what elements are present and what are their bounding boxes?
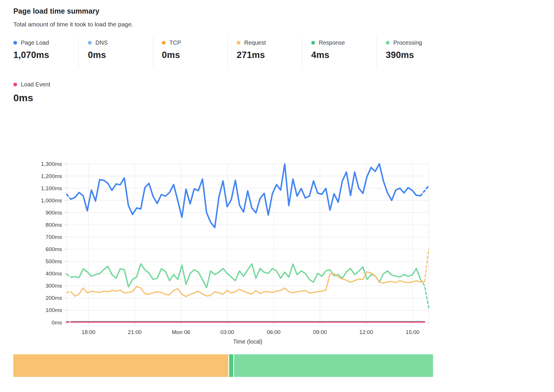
tcp-legend-dot [162, 41, 166, 45]
series-page-load [67, 164, 429, 228]
metric-response[interactable]: Response 4ms [302, 37, 345, 67]
metrics-legend-row: Page Load 1,070ms DNS 0ms TCP 0ms Reques… [0, 37, 554, 67]
timeline-segment-response [229, 354, 233, 377]
metric-label: Load Event [21, 81, 50, 88]
y-axis-tick-label: 1,100ms [41, 185, 62, 191]
metric-value: 1,070ms [13, 50, 49, 60]
metric-value: 0ms [13, 92, 50, 104]
metric-label: Response [319, 39, 345, 46]
metric-label: Processing [393, 39, 422, 46]
y-axis-tick-label: 300ms [46, 283, 62, 289]
metric-label: Page Load [21, 39, 49, 46]
metric-value: 390ms [386, 50, 422, 60]
metric-label: TCP [169, 39, 181, 46]
y-axis-tick-label: 900ms [46, 210, 62, 216]
y-axis-tick-label: 400ms [46, 271, 62, 277]
y-axis-tick-label: 500ms [46, 258, 62, 264]
metric-label: DNS [95, 39, 108, 46]
metric-load-event[interactable]: Load Event 0ms [13, 79, 50, 104]
y-axis-tick-label: 600ms [46, 246, 62, 252]
load-event-legend-dot [13, 83, 17, 86]
x-axis-tick-label: Mon 06 [172, 329, 190, 335]
x-axis-title: Time (local) [233, 338, 262, 345]
timeline-proportion-bar [13, 354, 433, 377]
x-axis-tick-label: 18:00 [82, 329, 95, 335]
x-axis-tick-label: 15:00 [405, 329, 419, 335]
metric-value: 0ms [88, 50, 108, 60]
y-axis-tick-label: 700ms [46, 234, 62, 240]
y-axis-tick-label: 1,000ms [41, 197, 62, 204]
metric-request[interactable]: Request 271ms [227, 37, 266, 67]
dns-legend-dot [88, 41, 92, 45]
metric-value: 4ms [311, 50, 345, 60]
page-load-legend-dot [13, 41, 17, 45]
timeline-segment-request [13, 354, 228, 377]
metric-tcp[interactable]: TCP 0ms [153, 37, 181, 67]
page-title: Page load time summary [13, 7, 99, 15]
x-axis-tick-label: 06:00 [267, 329, 281, 335]
y-axis-tick-label: 200ms [46, 295, 62, 301]
y-axis-tick-label: 100ms [46, 307, 62, 313]
y-axis-tick-label: 1,300ms [41, 161, 62, 167]
metric-label: Request [244, 39, 266, 46]
x-axis-tick-label: 09:00 [313, 329, 327, 335]
x-axis-tick-label: 21:00 [128, 329, 142, 335]
y-axis-tick-label: 800ms [46, 222, 62, 228]
series-request [67, 249, 429, 297]
page-subtitle: Total amount of time it took to load the… [13, 21, 133, 28]
metric-value: 0ms [162, 50, 181, 60]
gridlines [64, 164, 429, 324]
x-axis-tick-label: 12:00 [359, 329, 373, 335]
response-legend-dot [311, 41, 315, 45]
y-axis-tick-label: 1,200ms [41, 173, 62, 179]
x-axis-tick-label: 03:00 [220, 329, 234, 335]
request-legend-dot [237, 41, 240, 45]
line-chart-svg[interactable]: 0ms100ms200ms300ms400ms500ms600ms700ms80… [0, 125, 554, 354]
metric-processing[interactable]: Processing 390ms [376, 37, 422, 67]
page-load-time-chart[interactable]: 0ms100ms200ms300ms400ms500ms600ms700ms80… [0, 125, 554, 354]
metric-dns[interactable]: DNS 0ms [78, 37, 108, 67]
processing-legend-dot [386, 41, 390, 45]
timeline-segment-processing [234, 354, 433, 377]
y-axis-tick-label: 0ms [52, 320, 62, 326]
metric-page-load[interactable]: Page Load 1,070ms [13, 37, 49, 67]
metric-value: 271ms [237, 50, 266, 60]
